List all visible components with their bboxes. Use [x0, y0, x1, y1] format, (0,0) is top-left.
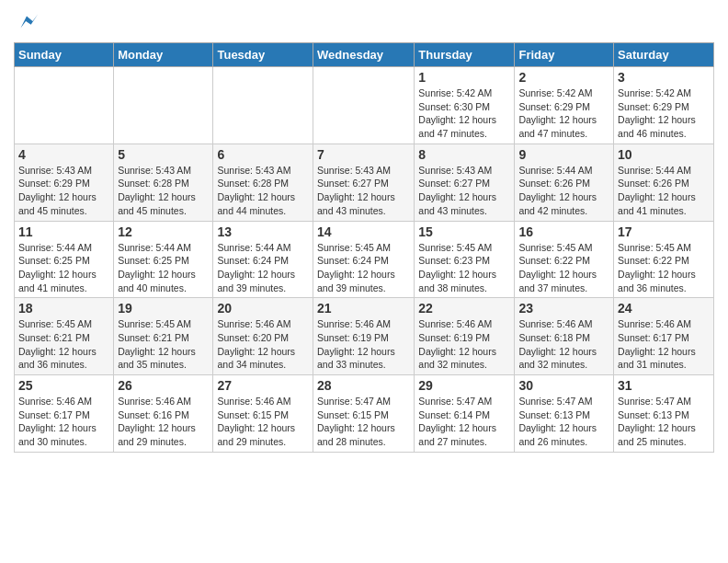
calendar-cell: [313, 67, 415, 144]
cell-day-number: 27: [217, 378, 309, 393]
cell-day-number: 15: [418, 224, 510, 239]
cell-detail: Sunrise: 5:44 AMSunset: 6:26 PMDaylight:…: [618, 164, 710, 218]
calendar-cell: 1 Sunrise: 5:42 AMSunset: 6:30 PMDayligh…: [415, 67, 515, 144]
cell-day-number: 9: [518, 147, 609, 162]
calendar-cell: [114, 67, 213, 144]
cell-day-number: 12: [118, 224, 209, 239]
cell-day-number: 14: [317, 224, 410, 239]
cell-day-number: 26: [118, 378, 209, 393]
cell-detail: Sunrise: 5:45 AMSunset: 6:24 PMDaylight:…: [317, 241, 410, 295]
cell-detail: Sunrise: 5:43 AMSunset: 6:29 PMDaylight:…: [18, 164, 109, 218]
cell-detail: Sunrise: 5:46 AMSunset: 6:15 PMDaylight:…: [217, 395, 309, 449]
calendar-week-row: 18 Sunrise: 5:45 AMSunset: 6:21 PMDaylig…: [15, 298, 714, 375]
cell-day-number: 2: [518, 70, 609, 85]
cell-day-number: 8: [418, 147, 510, 162]
cell-detail: Sunrise: 5:46 AMSunset: 6:17 PMDaylight:…: [18, 395, 109, 449]
cell-day-number: 29: [418, 378, 510, 393]
cell-day-number: 21: [317, 301, 410, 316]
day-header-sunday: Sunday: [15, 43, 114, 67]
calendar-cell: 15 Sunrise: 5:45 AMSunset: 6:23 PMDaylig…: [415, 221, 515, 298]
day-header-monday: Monday: [114, 43, 213, 67]
cell-day-number: 24: [618, 301, 710, 316]
calendar-cell: 20 Sunrise: 5:46 AMSunset: 6:20 PMDaylig…: [213, 298, 313, 375]
cell-day-number: 17: [618, 224, 710, 239]
calendar-cell: 5 Sunrise: 5:43 AMSunset: 6:28 PMDayligh…: [114, 144, 213, 221]
calendar-cell: 28 Sunrise: 5:47 AMSunset: 6:15 PMDaylig…: [313, 375, 415, 453]
cell-day-number: 11: [18, 224, 109, 239]
cell-day-number: 22: [418, 301, 510, 316]
cell-detail: Sunrise: 5:46 AMSunset: 6:16 PMDaylight:…: [118, 395, 209, 449]
cell-detail: Sunrise: 5:44 AMSunset: 6:25 PMDaylight:…: [118, 241, 209, 295]
calendar-cell: 21 Sunrise: 5:46 AMSunset: 6:19 PMDaylig…: [313, 298, 415, 375]
cell-detail: Sunrise: 5:47 AMSunset: 6:13 PMDaylight:…: [518, 395, 609, 449]
cell-detail: Sunrise: 5:45 AMSunset: 6:22 PMDaylight:…: [618, 241, 710, 295]
calendar-cell: 26 Sunrise: 5:46 AMSunset: 6:16 PMDaylig…: [114, 375, 213, 453]
calendar-week-row: 4 Sunrise: 5:43 AMSunset: 6:29 PMDayligh…: [15, 144, 714, 221]
calendar-cell: 22 Sunrise: 5:46 AMSunset: 6:19 PMDaylig…: [415, 298, 515, 375]
day-header-saturday: Saturday: [614, 43, 714, 67]
calendar-cell: 7 Sunrise: 5:43 AMSunset: 6:27 PMDayligh…: [313, 144, 415, 221]
calendar-cell: 19 Sunrise: 5:45 AMSunset: 6:21 PMDaylig…: [114, 298, 213, 375]
cell-detail: Sunrise: 5:47 AMSunset: 6:14 PMDaylight:…: [418, 395, 510, 449]
calendar-cell: 10 Sunrise: 5:44 AMSunset: 6:26 PMDaylig…: [614, 144, 714, 221]
cell-detail: Sunrise: 5:42 AMSunset: 6:30 PMDaylight:…: [418, 86, 510, 141]
calendar-cell: 12 Sunrise: 5:44 AMSunset: 6:25 PMDaylig…: [114, 221, 213, 298]
calendar-cell: [213, 67, 313, 144]
cell-day-number: 19: [118, 301, 209, 316]
cell-detail: Sunrise: 5:45 AMSunset: 6:23 PMDaylight:…: [418, 241, 510, 295]
cell-detail: Sunrise: 5:45 AMSunset: 6:22 PMDaylight:…: [518, 241, 609, 295]
cell-detail: Sunrise: 5:45 AMSunset: 6:21 PMDaylight:…: [18, 317, 109, 372]
calendar-header-row: SundayMondayTuesdayWednesdayThursdayFrid…: [15, 43, 714, 67]
header: [14, 9, 714, 35]
calendar-cell: 4 Sunrise: 5:43 AMSunset: 6:29 PMDayligh…: [15, 144, 114, 221]
calendar-week-row: 1 Sunrise: 5:42 AMSunset: 6:30 PMDayligh…: [15, 67, 714, 144]
calendar-cell: 14 Sunrise: 5:45 AMSunset: 6:24 PMDaylig…: [313, 221, 415, 298]
cell-day-number: 25: [18, 378, 109, 393]
calendar-cell: 30 Sunrise: 5:47 AMSunset: 6:13 PMDaylig…: [515, 375, 614, 453]
cell-detail: Sunrise: 5:45 AMSunset: 6:21 PMDaylight:…: [118, 317, 209, 372]
cell-detail: Sunrise: 5:46 AMSunset: 6:19 PMDaylight:…: [317, 317, 410, 372]
cell-detail: Sunrise: 5:43 AMSunset: 6:28 PMDaylight:…: [217, 164, 309, 218]
cell-detail: Sunrise: 5:44 AMSunset: 6:25 PMDaylight:…: [18, 241, 109, 295]
logo-icon: [14, 9, 40, 35]
calendar-cell: [15, 67, 114, 144]
calendar-week-row: 11 Sunrise: 5:44 AMSunset: 6:25 PMDaylig…: [15, 221, 714, 298]
calendar-cell: 16 Sunrise: 5:45 AMSunset: 6:22 PMDaylig…: [515, 221, 614, 298]
calendar-cell: 25 Sunrise: 5:46 AMSunset: 6:17 PMDaylig…: [15, 375, 114, 453]
calendar-cell: 23 Sunrise: 5:46 AMSunset: 6:18 PMDaylig…: [515, 298, 614, 375]
cell-detail: Sunrise: 5:42 AMSunset: 6:29 PMDaylight:…: [618, 86, 710, 141]
cell-detail: Sunrise: 5:43 AMSunset: 6:28 PMDaylight:…: [118, 164, 209, 218]
cell-detail: Sunrise: 5:47 AMSunset: 6:13 PMDaylight:…: [618, 395, 710, 449]
cell-day-number: 3: [618, 70, 710, 85]
cell-day-number: 6: [217, 147, 309, 162]
cell-day-number: 4: [18, 147, 109, 162]
cell-day-number: 23: [518, 301, 609, 316]
calendar-cell: 27 Sunrise: 5:46 AMSunset: 6:15 PMDaylig…: [213, 375, 313, 453]
calendar-cell: 9 Sunrise: 5:44 AMSunset: 6:26 PMDayligh…: [515, 144, 614, 221]
day-header-tuesday: Tuesday: [213, 43, 313, 67]
cell-detail: Sunrise: 5:46 AMSunset: 6:19 PMDaylight:…: [418, 317, 510, 372]
cell-day-number: 31: [618, 378, 710, 393]
calendar-cell: 8 Sunrise: 5:43 AMSunset: 6:27 PMDayligh…: [415, 144, 515, 221]
cell-detail: Sunrise: 5:44 AMSunset: 6:26 PMDaylight:…: [518, 164, 609, 218]
cell-day-number: 30: [518, 378, 609, 393]
calendar-cell: 17 Sunrise: 5:45 AMSunset: 6:22 PMDaylig…: [614, 221, 714, 298]
calendar-cell: 6 Sunrise: 5:43 AMSunset: 6:28 PMDayligh…: [213, 144, 313, 221]
cell-day-number: 20: [217, 301, 309, 316]
calendar-cell: 24 Sunrise: 5:46 AMSunset: 6:17 PMDaylig…: [614, 298, 714, 375]
logo: [14, 9, 43, 35]
cell-day-number: 1: [418, 70, 510, 85]
cell-day-number: 5: [118, 147, 209, 162]
cell-detail: Sunrise: 5:47 AMSunset: 6:15 PMDaylight:…: [317, 395, 410, 449]
cell-detail: Sunrise: 5:46 AMSunset: 6:17 PMDaylight:…: [618, 317, 710, 372]
calendar-cell: 13 Sunrise: 5:44 AMSunset: 6:24 PMDaylig…: [213, 221, 313, 298]
cell-detail: Sunrise: 5:43 AMSunset: 6:27 PMDaylight:…: [418, 164, 510, 218]
calendar-cell: 3 Sunrise: 5:42 AMSunset: 6:29 PMDayligh…: [614, 67, 714, 144]
calendar-week-row: 25 Sunrise: 5:46 AMSunset: 6:17 PMDaylig…: [15, 375, 714, 453]
cell-detail: Sunrise: 5:43 AMSunset: 6:27 PMDaylight:…: [317, 164, 410, 218]
cell-day-number: 7: [317, 147, 410, 162]
calendar-cell: 2 Sunrise: 5:42 AMSunset: 6:29 PMDayligh…: [515, 67, 614, 144]
day-header-friday: Friday: [515, 43, 614, 67]
cell-detail: Sunrise: 5:42 AMSunset: 6:29 PMDaylight:…: [518, 86, 609, 141]
svg-marker-0: [20, 15, 38, 29]
